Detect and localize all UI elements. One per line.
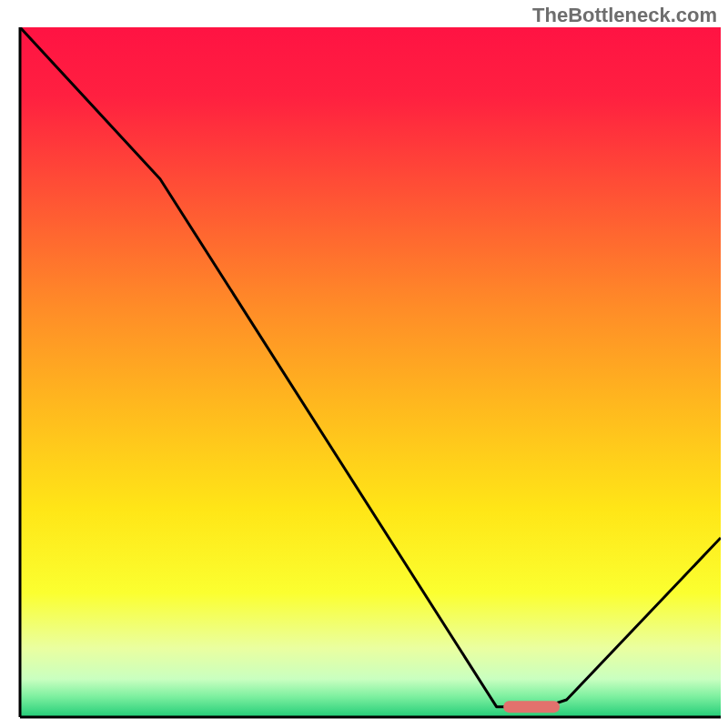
chart-svg — [0, 0, 728, 728]
bottleneck-chart: TheBottleneck.com — [0, 0, 728, 728]
watermark-text: TheBottleneck.com — [532, 4, 717, 27]
optimal-range-marker — [503, 701, 560, 713]
gradient-background — [20, 27, 721, 717]
